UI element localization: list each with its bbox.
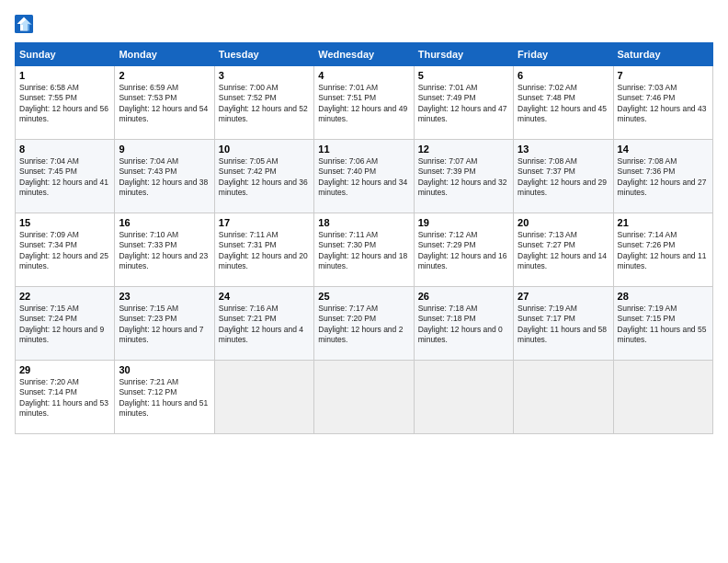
day-info: Sunrise: 7:08 AM Sunset: 7:37 PM Dayligh… [518,156,609,199]
day-info: Sunrise: 7:15 AM Sunset: 7:23 PM Dayligh… [119,304,210,346]
calendar-day-cell: 18 Sunrise: 7:11 AM Sunset: 7:30 PM Dayl… [314,213,414,287]
day-info: Sunrise: 7:19 AM Sunset: 7:15 PM Dayligh… [618,304,709,346]
day-info: Sunrise: 7:15 AM Sunset: 7:24 PM Dayligh… [19,304,110,346]
calendar-table: SundayMondayTuesdayWednesdayThursdayFrid… [15,42,713,434]
calendar-day-cell: 14 Sunrise: 7:08 AM Sunset: 7:36 PM Dayl… [613,140,712,213]
calendar-day-cell: 11 Sunrise: 7:06 AM Sunset: 7:40 PM Dayl… [314,140,414,213]
day-number: 22 [19,291,110,302]
day-info: Sunrise: 7:03 AM Sunset: 7:46 PM Dayligh… [618,83,709,125]
calendar-day-cell: 21 Sunrise: 7:14 AM Sunset: 7:26 PM Dayl… [613,213,712,287]
day-info: Sunrise: 7:14 AM Sunset: 7:26 PM Dayligh… [618,230,709,272]
calendar-day-cell: 3 Sunrise: 7:00 AM Sunset: 7:52 PM Dayli… [214,66,313,140]
calendar-day-cell: 17 Sunrise: 7:11 AM Sunset: 7:31 PM Dayl… [214,213,313,287]
calendar-week-row: 15 Sunrise: 7:09 AM Sunset: 7:34 PM Dayl… [16,213,713,287]
calendar-day-cell [414,361,513,434]
day-info: Sunrise: 7:01 AM Sunset: 7:49 PM Dayligh… [418,83,509,125]
calendar-day-cell: 12 Sunrise: 7:07 AM Sunset: 7:39 PM Dayl… [414,140,513,213]
calendar-day-cell: 28 Sunrise: 7:19 AM Sunset: 7:15 PM Dayl… [613,287,712,361]
day-info: Sunrise: 7:09 AM Sunset: 7:34 PM Dayligh… [19,230,110,272]
day-info: Sunrise: 7:04 AM Sunset: 7:43 PM Dayligh… [119,156,210,199]
calendar-day-cell: 6 Sunrise: 7:02 AM Sunset: 7:48 PM Dayli… [514,66,613,140]
day-info: Sunrise: 7:08 AM Sunset: 7:36 PM Dayligh… [618,156,709,199]
day-info: Sunrise: 7:11 AM Sunset: 7:30 PM Dayligh… [318,230,409,272]
day-number: 1 [19,70,110,81]
calendar-day-cell: 4 Sunrise: 7:01 AM Sunset: 7:51 PM Dayli… [314,66,414,140]
calendar-day-cell: 22 Sunrise: 7:15 AM Sunset: 7:24 PM Dayl… [16,287,115,361]
calendar-day-cell: 15 Sunrise: 7:09 AM Sunset: 7:34 PM Dayl… [16,213,115,287]
day-number: 20 [518,217,609,228]
day-number: 29 [19,364,110,375]
calendar-day-cell: 26 Sunrise: 7:18 AM Sunset: 7:18 PM Dayl… [414,287,513,361]
calendar-day-cell: 30 Sunrise: 7:21 AM Sunset: 7:12 PM Dayl… [115,361,214,434]
day-number: 5 [418,70,509,81]
day-number: 18 [318,217,409,228]
day-number: 6 [518,70,609,81]
calendar-day-cell [514,361,613,434]
day-number: 14 [618,144,709,155]
logo-icon [15,15,33,33]
day-info: Sunrise: 7:02 AM Sunset: 7:48 PM Dayligh… [518,83,609,125]
calendar-header-tuesday: Tuesday [214,43,313,66]
calendar-day-cell: 13 Sunrise: 7:08 AM Sunset: 7:37 PM Dayl… [514,140,613,213]
day-number: 24 [219,291,310,302]
day-info: Sunrise: 6:59 AM Sunset: 7:53 PM Dayligh… [119,83,210,125]
day-info: Sunrise: 7:07 AM Sunset: 7:39 PM Dayligh… [418,156,509,199]
day-number: 17 [219,217,310,228]
day-number: 11 [318,144,409,155]
calendar-day-cell: 19 Sunrise: 7:12 AM Sunset: 7:29 PM Dayl… [414,213,513,287]
calendar-header-thursday: Thursday [414,43,513,66]
day-info: Sunrise: 7:19 AM Sunset: 7:17 PM Dayligh… [518,304,609,346]
day-info: Sunrise: 7:16 AM Sunset: 7:21 PM Dayligh… [219,304,310,346]
day-number: 28 [618,291,709,302]
calendar-header-saturday: Saturday [613,43,712,66]
calendar-week-row: 22 Sunrise: 7:15 AM Sunset: 7:24 PM Dayl… [16,287,713,361]
day-number: 4 [318,70,409,81]
calendar-week-row: 29 Sunrise: 7:20 AM Sunset: 7:14 PM Dayl… [16,361,713,434]
logo [15,15,37,33]
calendar-day-cell: 5 Sunrise: 7:01 AM Sunset: 7:49 PM Dayli… [414,66,513,140]
day-number: 10 [219,144,310,155]
day-info: Sunrise: 7:18 AM Sunset: 7:18 PM Dayligh… [418,304,509,346]
calendar-day-cell [613,361,712,434]
calendar-day-cell: 8 Sunrise: 7:04 AM Sunset: 7:45 PM Dayli… [16,140,115,213]
calendar-header-monday: Monday [115,43,214,66]
day-info: Sunrise: 7:10 AM Sunset: 7:33 PM Dayligh… [119,230,210,272]
calendar-day-cell: 1 Sunrise: 6:58 AM Sunset: 7:55 PM Dayli… [16,66,115,140]
day-number: 23 [119,291,210,302]
calendar-day-cell: 24 Sunrise: 7:16 AM Sunset: 7:21 PM Dayl… [214,287,313,361]
calendar-day-cell: 23 Sunrise: 7:15 AM Sunset: 7:23 PM Dayl… [115,287,214,361]
calendar-day-cell: 2 Sunrise: 6:59 AM Sunset: 7:53 PM Dayli… [115,66,214,140]
day-number: 8 [19,144,110,155]
day-number: 19 [418,217,509,228]
day-number: 3 [219,70,310,81]
calendar-header-sunday: Sunday [16,43,115,66]
day-info: Sunrise: 7:06 AM Sunset: 7:40 PM Dayligh… [318,156,409,199]
page-header [15,15,713,33]
day-info: Sunrise: 7:05 AM Sunset: 7:42 PM Dayligh… [219,156,310,199]
day-info: Sunrise: 7:01 AM Sunset: 7:51 PM Dayligh… [318,83,409,125]
day-info: Sunrise: 7:20 AM Sunset: 7:14 PM Dayligh… [19,377,110,419]
calendar-day-cell [214,361,313,434]
calendar-week-row: 1 Sunrise: 6:58 AM Sunset: 7:55 PM Dayli… [16,66,713,140]
calendar-day-cell: 9 Sunrise: 7:04 AM Sunset: 7:43 PM Dayli… [115,140,214,213]
day-info: Sunrise: 7:21 AM Sunset: 7:12 PM Dayligh… [119,377,210,419]
day-info: Sunrise: 7:17 AM Sunset: 7:20 PM Dayligh… [318,304,409,346]
day-number: 13 [518,144,609,155]
day-number: 15 [19,217,110,228]
day-number: 7 [618,70,709,81]
calendar-day-cell: 10 Sunrise: 7:05 AM Sunset: 7:42 PM Dayl… [214,140,313,213]
calendar-day-cell: 25 Sunrise: 7:17 AM Sunset: 7:20 PM Dayl… [314,287,414,361]
day-number: 26 [418,291,509,302]
calendar-header-wednesday: Wednesday [314,43,414,66]
day-number: 9 [119,144,210,155]
day-number: 16 [119,217,210,228]
day-info: Sunrise: 7:12 AM Sunset: 7:29 PM Dayligh… [418,230,509,272]
calendar-day-cell [314,361,414,434]
day-info: Sunrise: 7:11 AM Sunset: 7:31 PM Dayligh… [219,230,310,272]
day-number: 30 [119,364,210,375]
calendar-week-row: 8 Sunrise: 7:04 AM Sunset: 7:45 PM Dayli… [16,140,713,213]
day-info: Sunrise: 7:13 AM Sunset: 7:27 PM Dayligh… [518,230,609,272]
day-number: 12 [418,144,509,155]
calendar-day-cell: 20 Sunrise: 7:13 AM Sunset: 7:27 PM Dayl… [514,213,613,287]
calendar-day-cell: 16 Sunrise: 7:10 AM Sunset: 7:33 PM Dayl… [115,213,214,287]
